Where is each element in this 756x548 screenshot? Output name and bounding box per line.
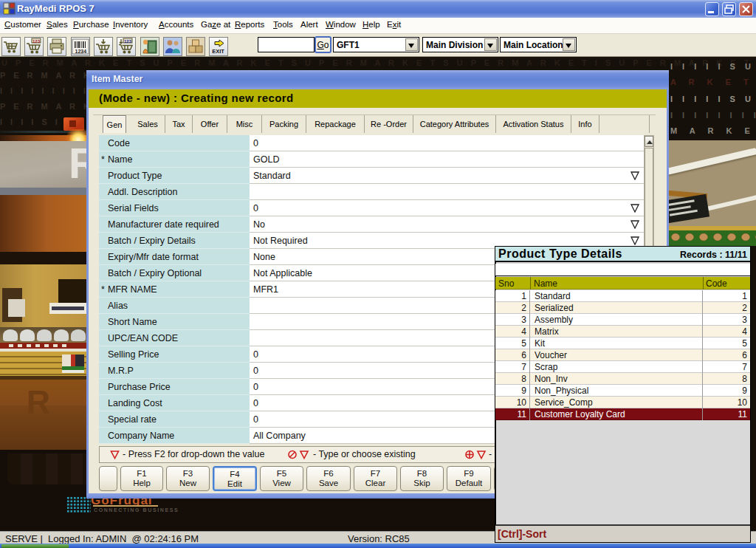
svg-text:EXIT: EXIT	[212, 48, 224, 55]
svg-text:1234: 1234	[75, 49, 87, 54]
svg-text:123: 123	[124, 39, 132, 44]
svg-text:123: 123	[32, 39, 41, 44]
